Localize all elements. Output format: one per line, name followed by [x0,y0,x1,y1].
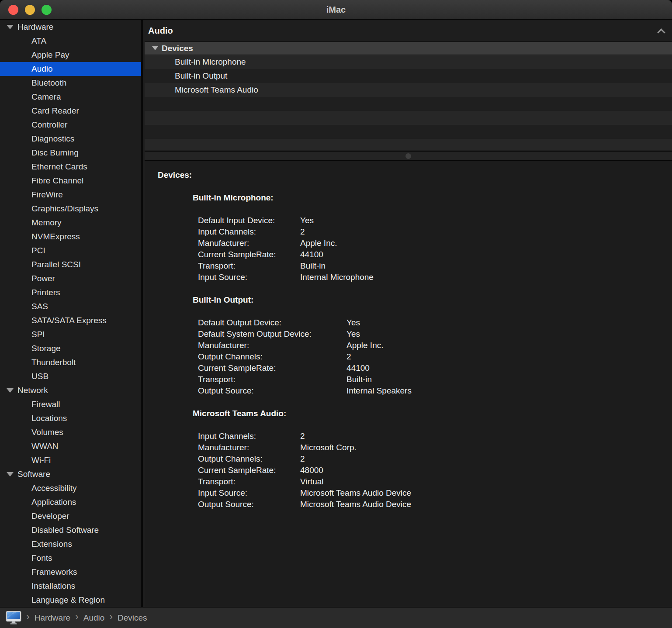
sidebar-item-label: Disc Burning [31,148,79,158]
sidebar-item-nvmexpress[interactable]: NVMExpress [0,230,141,244]
property-value: Built-in [346,374,412,385]
main-panel: Audio Devices Built-in MicrophoneBuilt-i… [145,20,672,607]
sidebar-item-camera[interactable]: Camera [0,90,141,104]
sidebar-item-label: WWAN [31,442,59,451]
sidebar-item-ethernet-cards[interactable]: Ethernet Cards [0,160,141,174]
property-value: Yes [346,328,412,340]
sidebar: HardwareATAApple PayAudioBluetoothCamera… [0,20,143,607]
sidebar-item-bluetooth[interactable]: Bluetooth [0,76,141,90]
sidebar-item-wwan[interactable]: WWAN [0,439,141,453]
blank-line [145,283,672,294]
sidebar-item-label: Wi-Fi [31,455,51,465]
sidebar-item-controller[interactable]: Controller [0,118,141,132]
details-row: Manufacturer:Apple Inc. [198,340,412,351]
sidebar-item-graphics-displays[interactable]: Graphics/Displays [0,202,141,216]
details-pane: Devices:Built-in Microphone:Default Inpu… [145,161,672,607]
sidebar-item-frameworks[interactable]: Frameworks [0,565,141,579]
titlebar[interactable]: iMac [0,0,672,20]
sidebar-item-parallel-scsi[interactable]: Parallel SCSI [0,258,141,272]
sidebar-item-locations[interactable]: Locations [0,411,141,425]
device-row-microsoft-teams-audio[interactable]: Microsoft Teams Audio [145,83,672,97]
chevron-up-icon[interactable] [657,28,665,36]
sidebar-item-label: PCI [31,246,45,255]
sidebar-item-label: Volumes [31,428,63,437]
sidebar-item-extensions[interactable]: Extensions [0,537,141,551]
sidebar-item-sas[interactable]: SAS [0,300,141,314]
sidebar-item-printers[interactable]: Printers [0,286,141,300]
sidebar-group-software[interactable]: Software [0,467,141,481]
property-value: 2 [300,431,411,442]
sidebar-item-installations[interactable]: Installations [0,579,141,593]
breadcrumb-separator-icon: › [25,612,31,622]
sidebar-item-audio[interactable]: Audio [0,62,141,76]
sidebar-item-sata-sata-express[interactable]: SATA/SATA Express [0,314,141,328]
sidebar-item-apple-pay[interactable]: Apple Pay [0,48,141,62]
details-row: Input Source:Microsoft Teams Audio Devic… [198,487,411,499]
traffic-lights [8,0,52,19]
sidebar-item-firewire[interactable]: FireWire [0,188,141,202]
sidebar-item-label: Apple Pay [31,50,69,60]
sidebar-item-label: Thunderbolt [31,358,76,367]
sidebar-item-pci[interactable]: PCI [0,244,141,258]
sidebar-item-fibre-channel[interactable]: Fibre Channel [0,174,141,188]
sidebar-item-usb[interactable]: USB [0,369,141,383]
sidebar-item-applications[interactable]: Applications [0,495,141,509]
device-row-built-in-microphone[interactable]: Built-in Microphone [145,55,672,69]
sidebar-item-firewall[interactable]: Firewall [0,397,141,411]
device-row-label: Microsoft Teams Audio [175,85,258,95]
sidebar-item-developer[interactable]: Developer [0,509,141,523]
sidebar-item-label: Developer [31,511,69,521]
sidebar-group-hardware[interactable]: Hardware [0,20,141,34]
sidebar-item-label: Diagnostics [31,134,74,144]
sidebar-item-label: NVMExpress [31,232,80,242]
system-information-window: iMac HardwareATAApple PayAudioBluetoothC… [0,0,672,628]
sidebar-item-volumes[interactable]: Volumes [0,425,141,439]
sidebar-group-network[interactable]: Network [0,383,141,397]
minimize-button[interactable] [25,5,35,15]
empty-row [145,111,672,125]
sidebar-item-power[interactable]: Power [0,272,141,286]
breadcrumb-separator-icon: › [108,612,114,622]
property-key: Manufacturer: [198,238,300,249]
sidebar-item-disc-burning[interactable]: Disc Burning [0,146,141,160]
sidebar-item-thunderbolt[interactable]: Thunderbolt [0,355,141,369]
sidebar-item-wi-fi[interactable]: Wi-Fi [0,453,141,467]
property-key: Transport: [198,260,300,272]
sidebar-item-label: Fonts [31,553,52,563]
details-row: Input Channels:2 [198,431,411,442]
breadcrumb-item-audio[interactable]: Audio [83,613,105,623]
sidebar-item-ata[interactable]: ATA [0,34,141,48]
close-button[interactable] [8,5,18,15]
splitter-handle[interactable] [145,151,672,161]
imac-icon[interactable] [6,611,21,625]
disclosure-triangle-icon [7,472,14,476]
sidebar-item-label: Printers [31,288,60,297]
breadcrumb-item-hardware[interactable]: Hardware [35,613,70,623]
property-key: Output Source: [198,385,346,397]
device-list: Built-in MicrophoneBuilt-in OutputMicros… [145,55,672,150]
zoom-button[interactable] [42,5,52,15]
property-value: 2 [300,453,411,465]
details-table-built-in-microphone: Default Input Device:YesInput Channels:2… [198,215,374,283]
sidebar-item-accessibility[interactable]: Accessibility [0,481,141,495]
sidebar-item-card-reader[interactable]: Card Reader [0,104,141,118]
splitter-grip-icon [405,153,411,159]
sidebar-item-label: Storage [31,344,61,353]
sidebar-item-diagnostics[interactable]: Diagnostics [0,132,141,146]
details-row: Current SampleRate:44100 [198,249,374,260]
sidebar-item-memory[interactable]: Memory [0,216,141,230]
sidebar-item-spi[interactable]: SPI [0,328,141,342]
sidebar-item-label: SAS [31,302,48,311]
content-header: Audio [145,20,672,42]
property-key: Input Source: [198,272,300,283]
sidebar-group-label: Network [17,386,48,395]
devices-group-row[interactable]: Devices [145,42,672,55]
disclosure-triangle-icon [7,388,14,393]
sidebar-item-disabled-software[interactable]: Disabled Software [0,523,141,537]
device-row-built-in-output[interactable]: Built-in Output [145,69,672,83]
sidebar-item-fonts[interactable]: Fonts [0,551,141,565]
breadcrumb-item-devices[interactable]: Devices [118,613,147,623]
sidebar-item-storage[interactable]: Storage [0,342,141,355]
sidebar-item-language-region[interactable]: Language & Region [0,593,141,607]
sidebar-item-label: FireWire [31,190,63,200]
